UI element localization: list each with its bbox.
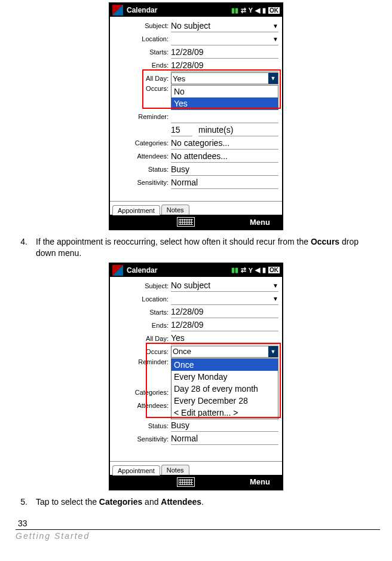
battery-icon: ▮ [262, 266, 266, 274]
menu-button[interactable]: Menu [250, 218, 270, 227]
sync-icon: ⇄ [241, 7, 246, 14]
sensitivity-label: Sensitivity: [110, 435, 171, 443]
antenna-icon: Y [249, 267, 253, 274]
chevron-down-icon[interactable]: ▼ [268, 346, 278, 357]
status-field[interactable]: Busy [171, 419, 278, 432]
tab-bar: Appointment Notes [110, 201, 282, 215]
step4-bold: Occurs [311, 237, 339, 246]
sensitivity-field[interactable]: Normal [171, 176, 278, 189]
allday-label: All Day: [110, 75, 171, 82]
starts-label: Starts: [110, 309, 171, 316]
location-field[interactable] [171, 292, 278, 305]
step5-bold-categories: Categories [99, 497, 142, 507]
option-every-dec-28[interactable]: Every December 28 [172, 395, 278, 407]
location-label: Location: [110, 295, 171, 303]
battery-icon: ▮ [262, 7, 266, 14]
step5-text-c: and [142, 497, 161, 507]
reminder-label: Reminder: [110, 358, 171, 365]
occurs-select-value: Once [173, 347, 191, 356]
step5-bold-attendees: Attendees [161, 497, 201, 507]
volume-icon: ◀ [255, 266, 260, 274]
subject-field[interactable]: No subject [171, 279, 278, 292]
option-every-monday[interactable]: Every Monday [172, 371, 278, 383]
tab-notes[interactable]: Notes [161, 465, 189, 475]
allday-dropdown: No Yes [171, 85, 278, 110]
footer-section-title: Getting Started [16, 529, 380, 541]
ok-button[interactable]: OK [268, 7, 280, 14]
instruction-step-5: 5. Tap to select the Categories and Atte… [12, 496, 380, 508]
allday-select[interactable]: Yes ▼ [171, 72, 278, 84]
soft-key-bar: Menu [110, 475, 282, 489]
location-label: Location: [110, 35, 171, 42]
subject-label: Subject: [110, 282, 171, 289]
chevron-down-icon[interactable]: ▼ [272, 23, 278, 29]
ends-label: Ends: [110, 62, 171, 69]
tab-appointment[interactable]: Appointment [112, 465, 160, 475]
ends-field[interactable]: 12/28/09 [171, 319, 278, 331]
allday-select-value: Yes [173, 74, 185, 83]
option-once[interactable]: Once [172, 359, 278, 371]
location-field[interactable] [171, 33, 278, 45]
option-edit-pattern[interactable]: < Edit pattern... > [172, 407, 278, 419]
sensitivity-field[interactable]: Normal [171, 432, 278, 445]
allday-field[interactable]: Yes [171, 332, 278, 344]
antenna-icon: Y [249, 7, 253, 14]
signal-icon: ▮▮ [231, 7, 238, 14]
signal-icon: ▮▮ [231, 266, 238, 274]
reminder-field[interactable] [171, 111, 278, 123]
screenshot-occurs: Calendar ▮▮ ⇄ Y ◀ ▮ OK Subject:No subjec… [109, 263, 283, 490]
subject-field[interactable]: No subject [171, 20, 278, 32]
categories-field[interactable]: No categories... [171, 137, 278, 150]
step5-text-a: Tap to select the [36, 497, 99, 507]
ends-label: Ends: [110, 322, 171, 329]
chevron-down-icon[interactable]: ▼ [268, 73, 278, 84]
occurs-dropdown: Once Every Monday Day 28 of every month … [171, 358, 278, 419]
chevron-down-icon[interactable]: ▼ [272, 36, 278, 42]
starts-field[interactable]: 12/28/09 [171, 306, 278, 318]
option-yes[interactable]: Yes [172, 97, 278, 109]
menu-button[interactable]: Menu [250, 477, 270, 486]
start-flag-icon [112, 265, 123, 276]
occurs-label: Occurs: [110, 85, 171, 92]
allday-label: All Day: [110, 335, 171, 342]
occurs-label: Occurs: [110, 348, 171, 355]
instruction-step-4: 4. If the appointment is reoccurring, se… [12, 236, 380, 259]
step4-text-a: If the appointment is reoccurring, selec… [36, 237, 311, 246]
screenshot-allday: Calendar ▮▮ ⇄ Y ◀ ▮ OK Subject:No subjec… [109, 2, 283, 230]
chevron-down-icon[interactable]: ▼ [272, 282, 278, 289]
app-title: Calendar [127, 266, 231, 275]
step5-text-e: . [201, 497, 204, 507]
subject-label: Subject: [110, 22, 171, 29]
tab-appointment[interactable]: Appointment [112, 205, 160, 215]
chevron-down-icon[interactable]: ▼ [272, 295, 278, 302]
starts-field[interactable]: 12/28/09 [171, 46, 278, 59]
start-flag-icon [112, 5, 123, 16]
keyboard-icon[interactable] [177, 477, 195, 487]
tab-notes[interactable]: Notes [161, 205, 189, 215]
option-day-28[interactable]: Day 28 of every month [172, 383, 278, 395]
ends-field[interactable]: 12/28/09 [171, 59, 278, 72]
status-bar: Calendar ▮▮ ⇄ Y ◀ ▮ OK [110, 4, 282, 17]
status-label: Status: [110, 166, 171, 173]
ok-button[interactable]: OK [268, 267, 280, 273]
attendees-field[interactable]: No attendees... [171, 150, 278, 163]
categories-label: Categories: [110, 139, 171, 147]
attendees-label: Attendees: [110, 153, 171, 160]
reminder-num[interactable]: 15 [171, 124, 192, 136]
reminder-unit[interactable]: minute(s) [198, 124, 278, 136]
step-number: 5. [12, 496, 36, 508]
occurs-select[interactable]: Once ▼ [171, 346, 278, 358]
step-number: 4. [12, 236, 36, 259]
keyboard-icon[interactable] [177, 217, 195, 227]
starts-label: Starts: [110, 48, 171, 56]
soft-key-bar: Menu [110, 215, 282, 229]
reminder-label: Reminder: [110, 113, 171, 120]
status-bar: Calendar ▮▮ ⇄ Y ◀ ▮ OK [110, 264, 282, 277]
option-no[interactable]: No [172, 86, 278, 97]
app-title: Calendar [127, 6, 231, 14]
volume-icon: ◀ [255, 7, 260, 14]
page-number: 33 [18, 519, 380, 528]
status-field[interactable]: Busy [171, 163, 278, 176]
status-label: Status: [110, 422, 171, 429]
sync-icon: ⇄ [241, 266, 246, 274]
